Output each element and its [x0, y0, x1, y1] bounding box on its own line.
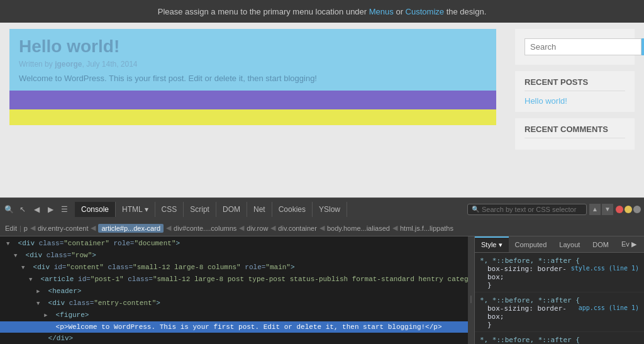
breadcrumb-html[interactable]: html.js.f...lippaths: [400, 225, 453, 232]
search-input[interactable]: [525, 38, 641, 55]
devtools-edit-btn[interactable]: Edit: [5, 225, 17, 232]
panel-tab-computed[interactable]: Computed: [509, 236, 553, 252]
main-area: Hello world! Written by jgeorge, July 14…: [0, 23, 644, 197]
post-card: Hello world! Written by jgeorge, July 14…: [9, 29, 496, 125]
panel-tab-dom[interactable]: DOM: [586, 236, 615, 252]
close-btn-yellow[interactable]: [625, 206, 632, 213]
breadcrumb-container[interactable]: div.container: [278, 225, 317, 232]
html-panel: ▼ <div class="container" role="document"…: [0, 236, 468, 344]
html-line: ► <figure>: [0, 309, 468, 321]
menus-link[interactable]: Menus: [369, 7, 394, 16]
style-rules: *, *::before, *::after { style.css (line…: [475, 253, 644, 344]
panel-divider: |: [468, 236, 474, 344]
html-line: ▼ <div class="row">: [0, 250, 468, 262]
breadcrumb-article[interactable]: article#p...dex-card: [98, 224, 164, 233]
devtools-tabs: Console HTML ▾ CSS Script DOM Net Cookie…: [75, 202, 462, 217]
panel-tab-ev[interactable]: Ev ▶: [615, 236, 643, 252]
breadcrumb-p[interactable]: p: [24, 225, 28, 232]
notification-text: Please assign a menu to the primary menu…: [158, 7, 487, 16]
style-rule-2: *, *::before, *::after { app.css (line 1…: [475, 292, 644, 332]
style-rule-1: *, *::before, *::after { style.css (line…: [475, 253, 644, 292]
nav-down-button[interactable]: ▼: [602, 204, 613, 215]
tab-css[interactable]: CSS: [155, 202, 184, 217]
style-selector: *, *::before, *::after {: [480, 336, 580, 344]
html-line: </div>: [0, 333, 468, 344]
post-excerpt: Welcome to WordPress. This is your first…: [19, 74, 487, 83]
nav-up-button[interactable]: ▲: [589, 204, 601, 215]
tab-net[interactable]: Net: [247, 202, 272, 217]
tab-dom[interactable]: DOM: [216, 202, 247, 217]
style-rule-3: *, *::before, *::after { style.css (line…: [475, 332, 644, 344]
sidebar: Search RECENT POSTS Hello world! RECENT …: [506, 23, 644, 197]
html-line-highlighted[interactable]: <p>Welcome to WordPress. This is your fi…: [0, 321, 468, 333]
breadcrumb-columns[interactable]: div#conte....columns: [174, 225, 236, 232]
post-card-inner: Hello world! Written by jgeorge, July 14…: [9, 29, 496, 83]
recent-comments-title: RECENT COMMENTS: [525, 125, 625, 138]
inspect-icon[interactable]: 🔍: [3, 204, 14, 215]
html-line: ▼ <div id="content" class="small-12 larg…: [0, 262, 468, 274]
search-widget: Search: [515, 29, 635, 65]
breadcrumb-row[interactable]: div.row: [247, 225, 268, 232]
tab-console[interactable]: Console: [75, 202, 116, 217]
close-btn-red[interactable]: [616, 206, 623, 213]
devtools-body: ▼ <div class="container" role="document"…: [0, 236, 644, 344]
style-close: }: [480, 281, 639, 289]
post-image-yellow: [9, 109, 496, 125]
breadcrumb-bar: Edit | p ◀ div.entry-content ◀ article#p…: [0, 220, 644, 236]
breadcrumb-body[interactable]: body.home...ialiased: [327, 225, 390, 232]
post-image-purple: [9, 91, 496, 109]
tab-script[interactable]: Script: [184, 202, 216, 217]
close-btn-gray[interactable]: [633, 206, 641, 213]
post-meta: Written by jgeorge, July 14th, 2014: [19, 60, 487, 69]
notification-bar: Please assign a menu to the primary menu…: [0, 0, 644, 23]
devtools-search-box: 🔍: [467, 204, 587, 215]
html-line: ▼ <article id="post-1" class="small-12 l…: [0, 274, 468, 286]
back-icon[interactable]: ◀: [31, 204, 42, 215]
post-title: Hello world!: [19, 36, 487, 57]
panel-tab-layout[interactable]: Layout: [553, 236, 586, 252]
tab-yslow[interactable]: YSlow: [313, 202, 347, 217]
post-author: jgeorge: [55, 60, 82, 69]
recent-post-link[interactable]: Hello world!: [525, 96, 567, 106]
search-box: Search: [525, 38, 625, 55]
recent-posts-title: RECENT POSTS: [525, 77, 625, 91]
customize-link[interactable]: Customize: [406, 7, 444, 16]
pointer-icon[interactable]: ↖: [17, 204, 28, 215]
html-line: ▼ <div class="entry-content">: [0, 297, 468, 309]
devtools-toolbar: 🔍 ↖ ◀ ▶ ☰ Console HTML ▾ CSS Script DOM …: [0, 197, 644, 220]
style-panel: Style ▾ Computed Layout DOM Ev ▶ *, *::b…: [474, 236, 644, 344]
blog-content: Hello world! Written by jgeorge, July 14…: [0, 23, 506, 197]
recent-comments-widget: RECENT COMMENTS: [515, 118, 635, 150]
tab-html[interactable]: HTML ▾: [116, 202, 155, 217]
panel-tabs: Style ▾ Computed Layout DOM Ev ▶: [475, 236, 644, 253]
recent-posts-widget: RECENT POSTS Hello world!: [515, 71, 635, 112]
style-selector: *, *::before, *::after {: [480, 296, 580, 304]
menu-icon[interactable]: ☰: [58, 204, 70, 215]
style-selector: *, *::before, *::after {: [480, 257, 580, 265]
breadcrumb-entry-content[interactable]: div.entry-content: [38, 225, 89, 232]
search-button[interactable]: Search: [641, 38, 644, 55]
style-source[interactable]: style.css (line 1): [571, 265, 639, 272]
devtools-icons: 🔍 ↖ ◀ ▶ ☰: [3, 204, 70, 215]
devtools-nav: ▲ ▼: [589, 204, 613, 215]
devtools-close-buttons: [616, 206, 641, 213]
html-line: ▼ <div class="container" role="document"…: [0, 238, 468, 250]
style-close: }: [480, 321, 639, 329]
devtools-search-input[interactable]: [482, 206, 582, 213]
style-source[interactable]: app.css (line 1): [579, 304, 639, 311]
html-line: ► <header>: [0, 286, 468, 297]
tab-cookies[interactable]: Cookies: [272, 202, 313, 217]
forward-icon[interactable]: ▶: [45, 204, 56, 215]
panel-tab-style[interactable]: Style ▾: [475, 236, 509, 252]
search-icon: 🔍: [472, 206, 479, 213]
